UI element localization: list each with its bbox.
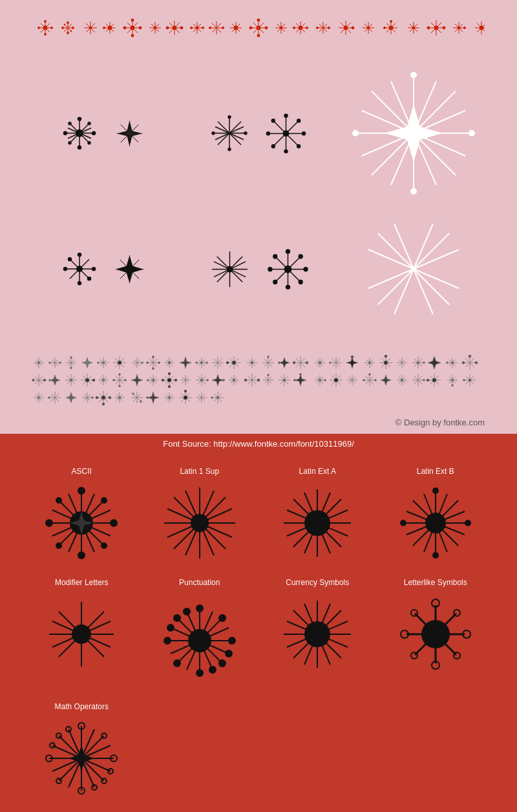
svg-point-94 xyxy=(317,27,319,29)
svg-point-118 xyxy=(412,27,415,29)
top-border-svg xyxy=(32,12,485,44)
svg-point-174 xyxy=(284,114,288,117)
glyph-letterlike-svg xyxy=(397,592,474,676)
svg-point-373 xyxy=(49,379,51,381)
svg-point-656 xyxy=(454,610,460,616)
svg-marker-424 xyxy=(212,374,224,386)
svg-point-403 xyxy=(152,379,154,381)
svg-point-446 xyxy=(283,379,286,381)
svg-point-62 xyxy=(209,27,211,29)
label-math: Math Operators xyxy=(55,702,109,711)
svg-point-572 xyxy=(101,543,107,548)
svg-point-505 xyxy=(37,396,40,399)
svg-point-229 xyxy=(284,265,291,273)
svg-point-521 xyxy=(101,396,105,400)
svg-point-423 xyxy=(207,379,209,381)
svg-point-34 xyxy=(131,26,134,30)
svg-point-192 xyxy=(411,189,416,194)
star-row2-md2 xyxy=(267,248,309,290)
svg-point-628 xyxy=(219,660,226,667)
svg-point-477 xyxy=(401,379,403,381)
svg-point-409 xyxy=(167,378,171,382)
svg-point-224 xyxy=(286,285,290,289)
font-source-label: Font Source: http://www.fontke.com/font/… xyxy=(163,439,354,449)
svg-point-394 xyxy=(113,379,115,381)
svg-point-227 xyxy=(299,254,302,258)
star-md-dots xyxy=(265,112,307,155)
svg-point-150 xyxy=(69,142,71,144)
top-border-row xyxy=(0,0,517,56)
glyph-modifier-svg xyxy=(43,592,120,676)
pattern-rows-svg xyxy=(32,353,485,411)
glyph-row2-col1 xyxy=(32,250,174,288)
svg-point-178 xyxy=(297,119,301,122)
svg-point-631 xyxy=(167,625,174,631)
svg-point-411 xyxy=(174,379,177,381)
glyph-latinextb-svg xyxy=(397,481,474,565)
svg-point-203 xyxy=(87,277,90,281)
svg-point-15 xyxy=(67,22,69,24)
svg-point-252 xyxy=(70,367,72,369)
svg-marker-372 xyxy=(50,375,60,385)
svg-point-635 xyxy=(188,629,211,652)
svg-point-258 xyxy=(102,361,105,364)
svg-point-471 xyxy=(369,374,371,376)
label-currency: Currency Symbols xyxy=(286,578,349,587)
glyph-item-latin1sup: Latin 1 Sup xyxy=(144,467,256,565)
svg-point-251 xyxy=(70,357,72,359)
glyph-row1-col2 xyxy=(187,112,330,155)
svg-point-436 xyxy=(257,379,260,381)
svg-point-604 xyxy=(465,520,470,526)
svg-point-35 xyxy=(123,27,126,29)
top-section: © Design by fontke.com xyxy=(0,0,517,434)
svg-point-364 xyxy=(475,361,478,364)
svg-point-413 xyxy=(168,385,171,388)
svg-point-573 xyxy=(101,498,107,503)
svg-point-629 xyxy=(219,615,226,621)
svg-point-75 xyxy=(265,27,268,29)
svg-point-363 xyxy=(462,361,465,364)
glyph-item-ascii: ASCII xyxy=(26,467,138,565)
svg-point-627 xyxy=(174,615,180,621)
svg-point-145 xyxy=(78,118,81,121)
svg-point-130 xyxy=(458,27,460,29)
svg-point-542 xyxy=(168,396,171,399)
svg-point-82 xyxy=(280,27,282,29)
svg-point-625 xyxy=(196,605,203,612)
svg-point-166 xyxy=(228,116,231,118)
glyph-grid: ASCII xyxy=(26,467,491,800)
svg-point-558 xyxy=(216,396,219,399)
svg-point-300 xyxy=(226,361,229,364)
svg-marker-209 xyxy=(115,255,143,283)
svg-point-470 xyxy=(375,379,377,381)
svg-point-274 xyxy=(147,362,149,364)
svg-point-149 xyxy=(88,122,90,125)
svg-point-290 xyxy=(206,362,208,364)
svg-point-28 xyxy=(108,26,112,30)
svg-point-633 xyxy=(184,608,190,615)
svg-point-288 xyxy=(200,361,203,364)
svg-point-341 xyxy=(385,355,387,358)
svg-marker-352 xyxy=(428,356,441,369)
svg-point-144 xyxy=(92,132,95,135)
svg-point-95 xyxy=(328,27,330,29)
star-large-white-bottom xyxy=(349,217,478,321)
label-punctuation: Punctuation xyxy=(179,578,220,587)
svg-point-460 xyxy=(334,378,338,382)
svg-point-624 xyxy=(229,637,235,644)
svg-point-223 xyxy=(286,249,290,253)
star-sm2-filled xyxy=(112,251,147,287)
glyph-row1-col1 xyxy=(32,114,174,153)
svg-point-614 xyxy=(72,625,91,644)
svg-point-245 xyxy=(49,362,51,364)
svg-point-143 xyxy=(63,132,67,135)
svg-point-384 xyxy=(92,379,95,381)
glyph-currency-svg xyxy=(279,592,356,676)
glyph-math-svg xyxy=(43,716,120,800)
glyph-latin1sup-svg xyxy=(161,481,238,565)
pattern-rows-section xyxy=(0,334,517,414)
svg-marker-329 xyxy=(346,357,358,369)
svg-point-649 xyxy=(421,620,450,648)
svg-point-425 xyxy=(223,379,225,381)
svg-point-574 xyxy=(56,543,61,548)
